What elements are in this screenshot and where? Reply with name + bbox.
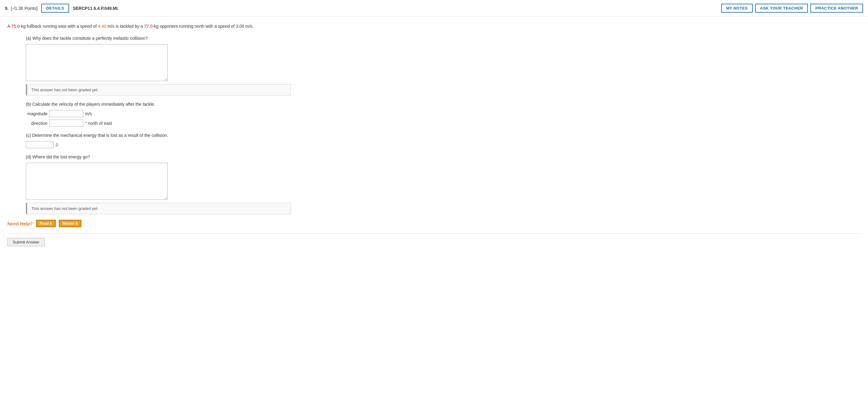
problem-statement: A 75.0-kg fullback running east with a s…	[7, 23, 861, 30]
submit-button[interactable]: Submit Answer	[7, 238, 45, 246]
header-right: MY NOTES ASK YOUR TEACHER PRACTICE ANOTH…	[721, 4, 863, 13]
part-b-section: (b) Calculate the velocity of the player…	[7, 101, 861, 127]
part-d-textarea[interactable]	[26, 163, 168, 200]
part-d-section: (d) Where did the lost energy go? This a…	[7, 154, 861, 214]
question-num-text: 9.	[5, 6, 9, 11]
my-notes-button[interactable]: MY NOTES	[721, 4, 753, 13]
question-number: 9. [-/1.36 Points]	[5, 6, 38, 11]
submit-area: Submit Answer	[7, 233, 861, 246]
need-help-section: Need Help? Read It Master It	[7, 220, 861, 227]
ask-teacher-button[interactable]: ASK YOUR TEACHER	[755, 4, 808, 13]
practice-another-button[interactable]: PRACTICE ANOTHER	[810, 4, 863, 13]
energy-input[interactable]	[26, 141, 54, 148]
problem-id: SERCP11 6.4.P.049.MI.	[73, 6, 119, 11]
header-bar: 9. [-/1.36 Points] DETAILS SERCP11 6.4.P…	[0, 0, 868, 17]
read-it-button[interactable]: Read It	[36, 220, 56, 227]
mass2-value: 77.0	[144, 24, 153, 29]
energy-field: J	[26, 141, 861, 148]
direction-field: direction ° north of east	[26, 120, 861, 127]
direction-input[interactable]	[49, 120, 83, 127]
details-button[interactable]: DETAILS	[41, 4, 69, 13]
points-text: [-/1.36 Points]	[11, 6, 38, 11]
master-it-button[interactable]: Master It	[59, 220, 82, 227]
part-a-section: (a) Why does the tackle constitute a per…	[7, 35, 861, 96]
part-c-section: (c) Determine the mechanical energy that…	[7, 132, 861, 148]
magnitude-unit: m/s	[85, 111, 92, 116]
part-d-grading-box: This answer has not been graded yet.	[26, 203, 291, 214]
main-content: A 75.0-kg fullback running east with a s…	[0, 17, 868, 252]
speed1-value: 4.40	[98, 24, 106, 29]
part-a-grading-box: This answer has not been graded yet.	[26, 84, 291, 96]
magnitude-field: magnitude m/s	[26, 110, 861, 117]
direction-unit: ° north of east	[85, 121, 112, 126]
need-help-label: Need Help?	[7, 221, 33, 226]
part-a-grading-text: This answer has not been graded yet.	[31, 88, 99, 92]
part-c-label: (c) Determine the mechanical energy that…	[26, 132, 861, 139]
header-left: 9. [-/1.36 Points] DETAILS SERCP11 6.4.P…	[5, 4, 721, 13]
part-d-grading-text: This answer has not been graded yet.	[31, 206, 99, 211]
energy-unit: J	[56, 143, 58, 147]
part-a-label: (a) Why does the tackle constitute a per…	[26, 35, 861, 41]
magnitude-input[interactable]	[49, 110, 83, 117]
part-a-textarea[interactable]	[26, 44, 168, 81]
direction-label: direction	[26, 121, 48, 126]
magnitude-label: magnitude	[26, 111, 48, 116]
mass1-value: 75.0	[11, 24, 20, 29]
part-d-label: (d) Where did the lost energy go?	[26, 154, 861, 160]
part-b-label: (b) Calculate the velocity of the player…	[26, 101, 861, 107]
